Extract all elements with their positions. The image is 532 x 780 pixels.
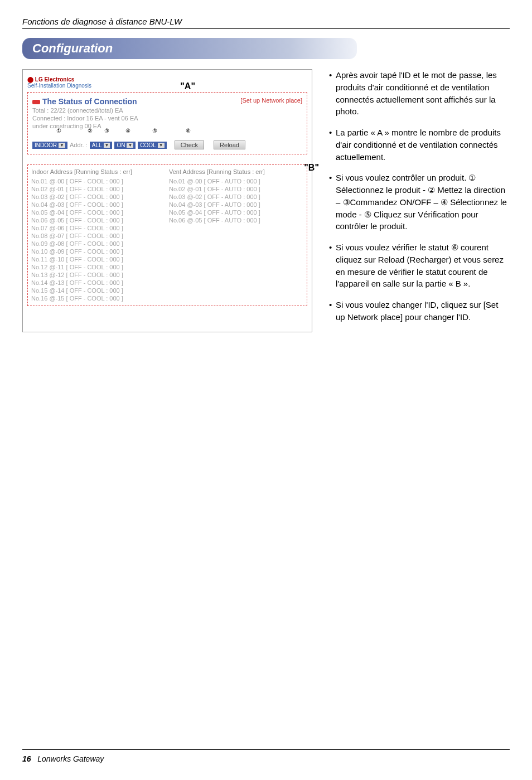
product-select[interactable]: INDOOR▼ (32, 142, 67, 149)
setup-network-link[interactable]: [Set up Network place] (240, 97, 302, 104)
bullet-text: La partie « A » montre le nombre de prod… (336, 127, 510, 163)
letter-a-label: "A" (180, 81, 195, 91)
table-row: No.02 @-01 [ OFF - AUTO : 000 ] (169, 185, 303, 193)
table-row: No.04 @-03 [ OFF - AUTO : 000 ] (169, 201, 303, 209)
indoor-column: Indoor Address [Running Status : err] No… (31, 168, 166, 302)
table-row: No.06 @-05 [ OFF - AUTO : 000 ] (169, 216, 303, 224)
footer-rule (22, 749, 510, 750)
bullet-text: Si vous voulez changer l'ID, cliquez sur… (336, 299, 510, 323)
table-row: No.02 @-01 [ OFF - COOL : 000 ] (31, 185, 166, 193)
vent-column: Vent Address [Running Status : err] No.0… (169, 168, 303, 302)
circ-2: ② (86, 127, 94, 135)
bullet-text: Si vous voulez contrôler un produit. ① S… (336, 172, 510, 232)
table-row: No.12 @-11 [ OFF - COOL : 000 ] (31, 263, 166, 271)
footer-title: Lonworks Gateway (37, 754, 104, 763)
indoor-header: Indoor Address [Running Status : err] (31, 168, 166, 175)
table-row: No.15 @-14 [ OFF - COOL : 000 ] (31, 287, 166, 294)
table-row: No.13 @-12 [ OFF - COOL : 000 ] (31, 271, 166, 279)
status-title: The Status of Connection (32, 97, 137, 106)
circ-3: ③ (103, 127, 110, 135)
table-row: No.05 @-04 [ OFF - COOL : 000 ] (31, 209, 166, 216)
lg-logo-text: ⬤ LG Electronics (27, 76, 74, 83)
circ-4: ④ (124, 127, 132, 135)
table-row: No.07 @-06 [ OFF - COOL : 000 ] (31, 224, 166, 232)
control-row: INDOOR▼ Addr. : ALL▼ ON▼ COOL▼ Check Rel… (32, 141, 302, 149)
circ-5: ⑤ (151, 127, 158, 135)
table-row: No.01 @-00 [ OFF - AUTO : 000 ] (169, 177, 303, 185)
mode-select[interactable]: COOL▼ (138, 142, 166, 149)
table-row: No.05 @-04 [ OFF - AUTO : 000 ] (169, 209, 303, 216)
table-row: No.04 @-03 [ OFF - COOL : 000 ] (31, 201, 166, 209)
page-header: Fonctions de diagnose à distance BNU-LW (22, 17, 510, 29)
check-button[interactable]: Check (175, 141, 204, 149)
table-row: No.03 @-02 [ OFF - COOL : 000 ] (31, 193, 166, 201)
circ-6: ⑥ (184, 127, 192, 135)
sub-brand: Self-Installation Diagnosis (27, 83, 91, 89)
onoff-select[interactable]: ON▼ (114, 142, 136, 149)
table-row: No.03 @-02 [ OFF - AUTO : 000 ] (169, 193, 303, 201)
section-b-box: "B" Indoor Address [Running Status : err… (27, 164, 307, 306)
table-row: No.10 @-09 [ OFF - COOL : 000 ] (31, 248, 166, 255)
table-row: No.06 @-05 [ OFF - COOL : 000 ] (31, 216, 166, 224)
totals-line: Total : 22/22 (connected/total) EA (32, 107, 302, 114)
section-title: Configuration (22, 38, 357, 59)
number-labels: ① ② ③ ④ ⑤ ⑥ (32, 127, 302, 135)
logo-row: ⬤ LG Electronics Self-Installation Diagn… (27, 76, 307, 89)
vent-header: Vent Address [Running Status : err] (169, 168, 303, 175)
detail-line: Connected : Indoor 16 EA - vent 06 EA (32, 115, 302, 122)
table-row: No.09 @-08 [ OFF - COOL : 000 ] (31, 240, 166, 248)
page-footer: 16 Lonworks Gateway (22, 754, 104, 763)
table-row: No.11 @-10 [ OFF - COOL : 000 ] (31, 255, 166, 263)
bullet-text: Après avoir tapé l'ID et le mot de passe… (336, 69, 510, 118)
addr-label: Addr. : (70, 142, 88, 148)
table-row: No.01 @-00 [ OFF - COOL : 000 ] (31, 177, 166, 185)
bullet-text: Si vous voulez vérifier le statut ⑥ cour… (336, 241, 510, 290)
reload-button[interactable]: Reload (214, 141, 245, 149)
circ-1: ① (55, 127, 62, 135)
table-row: No.08 @-07 [ OFF - COOL : 000 ] (31, 232, 166, 240)
table-row: No.14 @-13 [ OFF - COOL : 000 ] (31, 279, 166, 287)
app-screenshot: ⬤ LG Electronics Self-Installation Diagn… (22, 69, 312, 332)
page-number: 16 (22, 754, 31, 763)
bullet-list: •Après avoir tapé l'ID et le mot de pass… (329, 69, 510, 332)
addr-select[interactable]: ALL▼ (90, 142, 113, 149)
section-a-box: "A" The Status of Connection [Set up Net… (27, 92, 307, 154)
table-row: No.16 @-15 [ OFF - COOL : 000 ] (31, 294, 166, 302)
letter-b-label: "B" (304, 163, 319, 173)
